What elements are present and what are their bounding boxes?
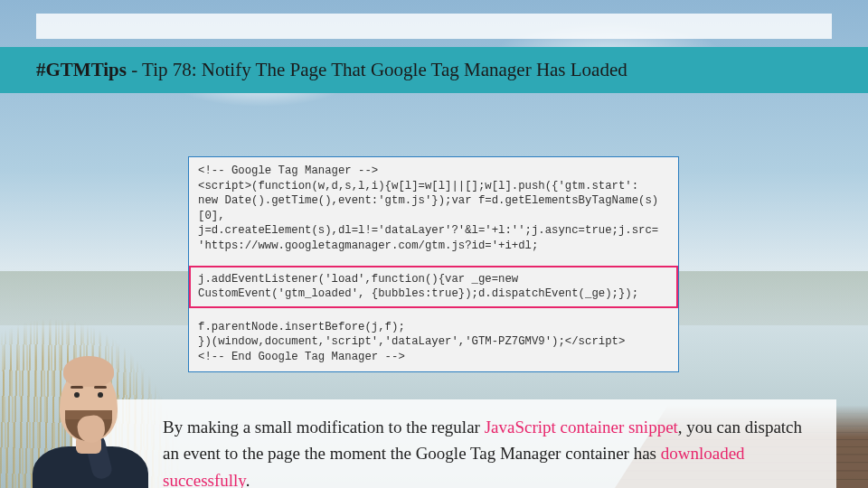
avatar-scalp <box>63 356 114 387</box>
code-snippet-panel: <!-- Google Tag Manager --> <script>(fun… <box>188 156 679 372</box>
body-text-1: By making a small modification to the re… <box>163 418 485 436</box>
avatar-brow-right <box>94 386 107 389</box>
avatar-eye-left <box>74 392 80 398</box>
body-text-3: . <box>246 471 250 488</box>
body-highlight-1: JavaScript container snippet <box>485 418 678 436</box>
avatar-brow-left <box>71 386 83 389</box>
code-post-block: f.parentNode.insertBefore(j,f); })(windo… <box>189 314 678 371</box>
avatar-eye-right <box>98 392 103 398</box>
title-hashtag: #GTMTips <box>36 59 127 80</box>
body-paragraph: By making a small modification to the re… <box>72 399 836 488</box>
title-text: - Tip 78: Notify The Page That Google Ta… <box>127 59 627 80</box>
presenter-avatar <box>25 343 152 488</box>
code-highlighted-block: j.addEventListener('load',function(){var… <box>189 266 678 308</box>
title-bar: #GTMTips - Tip 78: Notify The Page That … <box>0 47 868 93</box>
top-white-strip <box>36 14 832 39</box>
code-pre-block: <!-- Google Tag Manager --> <script>(fun… <box>189 157 678 260</box>
